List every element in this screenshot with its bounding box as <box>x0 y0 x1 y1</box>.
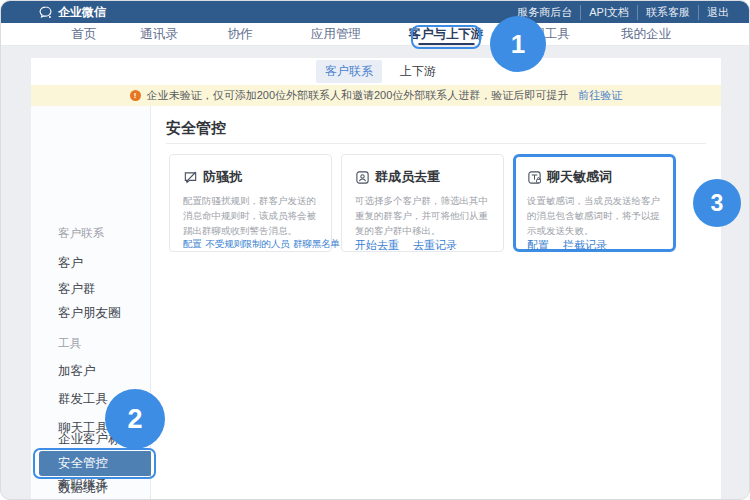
card-member-dedup-head: 群成员去重 <box>355 168 493 186</box>
verification-banner-text: 企业未验证，仅可添加200位外部联系人和邀请200位外部联系人进群，验证后即可提… <box>147 88 569 103</box>
sidebar-item-group-message-tool[interactable]: 群发工具 <box>58 391 108 407</box>
tab-customer-contact[interactable]: 客户联系 <box>316 60 382 83</box>
sidebar-item-customer-moments[interactable]: 客户朋友圈 <box>58 305 121 321</box>
sidebar-section-customer-contact: 客户联系 <box>58 225 104 241</box>
configure-sensitive-words-link[interactable]: 配置 <box>527 238 549 253</box>
top-bar: 企业微信 服务商后台 API文档 联系客服 退出 <box>1 1 750 23</box>
nav-item-apps[interactable]: 应用管理 <box>311 23 361 46</box>
go-verify-link[interactable]: 前往验证 <box>578 88 622 103</box>
top-bar-links: 服务商后台 API文档 联系客服 退出 <box>509 5 737 20</box>
card-member-dedup: 群成员去重 可选择多个客户群，筛选出其中重复的群客户，并可将他们从重复的客户群中… <box>341 154 504 252</box>
card-member-dedup-desc: 可选择多个客户群，筛选出其中重复的群客户，并可将他们从重复的客户群中移出。 <box>355 193 493 238</box>
card-member-dedup-links: 开始去重 去重记录 <box>355 238 493 253</box>
configure-link[interactable]: 配置 <box>183 238 202 251</box>
card-member-dedup-title: 群成员去重 <box>375 168 440 186</box>
sensitive-word-icon <box>527 170 542 185</box>
card-sensitive-words: 聊天敏感词 设置敏感词，当成员发送给客户的消息包含敏感词时，将予以提示或发送失败… <box>513 154 676 252</box>
dedup-records-link[interactable]: 去重记录 <box>413 238 457 253</box>
feature-cards: 防骚扰 配置防骚扰规则，群客户发送的消息命中规则时，该成员将会被踢出群聊或收到警… <box>169 154 676 252</box>
title-divider <box>166 143 706 144</box>
card-anti-harassment: 防骚扰 配置防骚扰规则，群客户发送的消息命中规则时，该成员将会被踢出群聊或收到警… <box>169 154 332 252</box>
page-title: 安全管控 <box>166 119 226 138</box>
card-sensitive-words-desc: 设置敏感词，当成员发送给客户的消息包含敏感词时，将予以提示或发送失败。 <box>527 193 665 238</box>
start-dedup-link[interactable]: 开始去重 <box>355 238 399 253</box>
active-nav-underline <box>418 43 474 45</box>
card-sensitive-words-links: 配置 拦截记录 <box>527 238 665 253</box>
nav-item-customers-label: 客户与上下游 <box>409 27 484 41</box>
member-badge-icon <box>355 170 370 185</box>
logout-link[interactable]: 退出 <box>699 5 737 20</box>
card-anti-harassment-desc: 配置防骚扰规则，群客户发送的消息命中规则时，该成员将会被踢出群聊或收到警告消息。 <box>183 193 321 238</box>
card-anti-harassment-head: 防骚扰 <box>183 168 321 186</box>
main-content: 安全管控 防骚扰 配置防骚扰规则，群客户发送的消息命中规则时，该成员将会被踢出群… <box>151 106 721 500</box>
annotation-circle-3: 3 <box>693 179 741 227</box>
group-blacklist-link[interactable]: 群聊黑名单 <box>293 238 340 251</box>
sidebar-item-add-customers[interactable]: 加客户 <box>58 363 96 379</box>
chat-bubble-slash-icon <box>183 170 198 185</box>
annotation-circle-1: 1 <box>490 16 546 72</box>
intercept-records-link[interactable]: 拦截记录 <box>563 238 607 253</box>
app-logo-text: 企业微信 <box>58 4 106 21</box>
sub-tab-bar: 客户联系 上下游 <box>31 58 721 85</box>
sidebar-section-tools: 工具 <box>58 335 81 351</box>
nav-item-collaboration[interactable]: 协作 <box>228 23 253 46</box>
sidebar-item-security-control[interactable]: 安全管控 <box>39 451 152 476</box>
wework-chat-bubble-icon <box>38 5 53 20</box>
card-anti-harassment-links: 配置 不受规则限制的人员 群聊黑名单 <box>183 238 321 251</box>
nav-item-home[interactable]: 首页 <box>72 23 97 46</box>
sidebar-item-data-statistics[interactable]: 数据统计 <box>58 480 108 496</box>
api-docs-link[interactable]: API文档 <box>581 5 638 20</box>
annotation-circle-2: 2 <box>105 389 165 449</box>
main-nav: 首页 通讯录 协作 应用管理 客户与上下游 管理工具 我的企业 <box>1 23 750 46</box>
exempt-members-link[interactable]: 不受规则限制的人员 <box>206 238 290 251</box>
nav-item-my-company[interactable]: 我的企业 <box>621 23 671 46</box>
sidebar-item-customers[interactable]: 客户 <box>58 255 83 271</box>
card-sensitive-words-head: 聊天敏感词 <box>527 168 665 186</box>
card-anti-harassment-title: 防骚扰 <box>203 168 242 186</box>
verification-banner: ! 企业未验证，仅可添加200位外部联系人和邀请200位外部联系人进群，验证后即… <box>31 85 721 106</box>
warning-icon: ! <box>130 90 141 101</box>
admin-console-window: 企业微信 服务商后台 API文档 联系客服 退出 首页 通讯录 协作 应用管理 … <box>0 0 750 500</box>
nav-item-contacts[interactable]: 通讯录 <box>140 23 178 46</box>
contact-support-link[interactable]: 联系客服 <box>638 5 699 20</box>
tab-upstream-downstream[interactable]: 上下游 <box>400 63 436 80</box>
nav-item-customers[interactable]: 客户与上下游 <box>409 23 484 46</box>
app-logo[interactable]: 企业微信 <box>38 4 106 21</box>
card-sensitive-words-title: 聊天敏感词 <box>547 168 612 186</box>
sidebar-item-customer-groups[interactable]: 客户群 <box>58 281 96 297</box>
